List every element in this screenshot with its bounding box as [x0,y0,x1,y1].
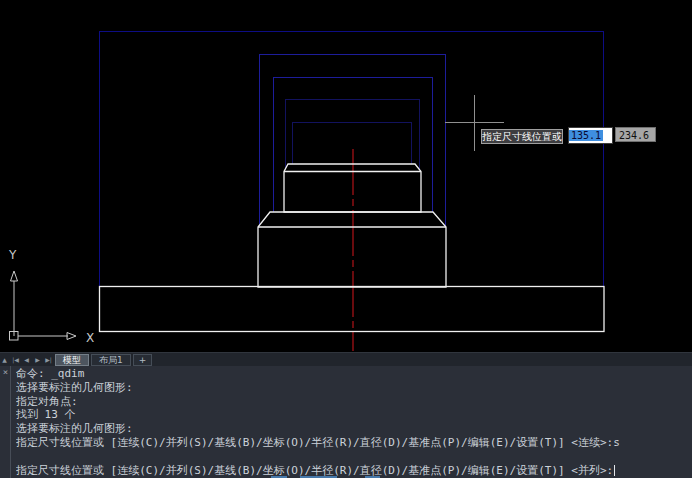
tab-layout1[interactable]: 布局1 [91,354,131,366]
command-history: 命令: _qdim 选择要标注的几何图形: 指定对角点: 找到 13 个 选择要… [16,367,690,477]
cad-app-window: Y X 指定尺寸线位置或 135.1 234.6 ▲ |◀ ◀ ▶ ▶| 模型 … [0,0,692,478]
dynamic-input-second-field[interactable]: 234.6 [615,127,656,142]
drawing-geometry: Y X [0,0,692,352]
text-cursor [614,465,615,476]
command-history-line: 选择要标注的几何图形: [16,381,690,395]
command-prompt-text: 指定尺寸线位置或 [连续(C)/并列(S)/基线(B)/坐标(O)/半径(R)/… [16,464,613,477]
pedestal-mid-tier-fill [258,212,446,287]
dynamic-input-selected-value: 135.1 [569,130,603,141]
close-icon[interactable]: × [1,367,10,378]
tab-menu-icon[interactable]: ▲ [0,354,9,365]
command-line-panel: × 命令: _qdim 选择要标注的几何图形: 指定对角点: 找到 13 个 选… [0,366,692,478]
last-tab-icon[interactable]: ▶| [44,354,53,365]
ucs-x-label: X [86,331,94,345]
command-panel-divider [10,366,11,478]
drawing-canvas[interactable]: Y X 指定尺寸线位置或 135.1 234.6 [0,0,692,352]
next-tab-icon[interactable]: ▶ [33,354,42,365]
pedestal-base-fill [100,287,605,332]
first-tab-icon[interactable]: |◀ [11,354,20,365]
dynamic-input-prompt: 指定尺寸线位置或 [481,129,563,144]
tab-model[interactable]: 模型 [55,354,89,366]
command-history-line: 指定对角点: [16,395,690,409]
ucs-icon [10,271,77,340]
layout-tab-bar: ▲ |◀ ◀ ▶ ▶| 模型 布局1 + [0,352,692,366]
prev-tab-icon[interactable]: ◀ [22,354,31,365]
ucs-y-label: Y [8,248,17,262]
command-history-line: 命令: _qdim [16,367,690,381]
add-layout-tab-button[interactable]: + [133,354,153,366]
command-prompt-input[interactable]: 指定尺寸线位置或 [连续(C)/并列(S)/基线(B)/坐标(O)/半径(R)/… [16,464,690,478]
command-history-line: 选择要标注的几何图形: [16,422,690,436]
dynamic-input-value-field[interactable]: 135.1 [568,127,613,144]
command-history-line [16,450,690,464]
command-history-line: 指定尺寸线位置或 [连续(C)/并列(S)/基线(B)/坐标(O)/半径(R)/… [16,436,690,450]
command-history-line: 找到 13 个 [16,408,690,422]
